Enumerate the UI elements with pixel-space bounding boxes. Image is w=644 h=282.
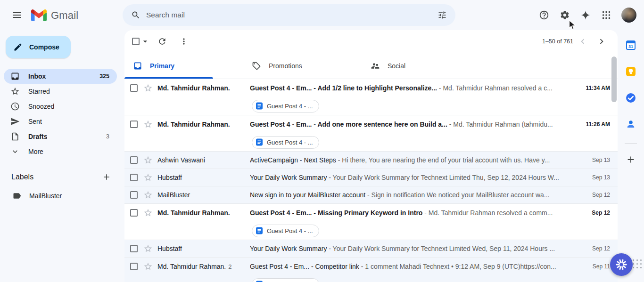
create-label-plus-icon[interactable] bbox=[99, 169, 114, 185]
tab-primary[interactable]: Primary bbox=[124, 53, 243, 79]
list-toolbar: 1–50 of 761 bbox=[124, 30, 618, 53]
row-date: Sep 12 bbox=[581, 245, 610, 252]
fab-drag-handle[interactable] bbox=[633, 259, 642, 268]
row-date: Sep 12 bbox=[581, 209, 610, 216]
star-icon[interactable] bbox=[143, 120, 153, 129]
attachment-chip[interactable]: Guest Post 4 - ... bbox=[252, 100, 319, 113]
gmail-m-icon bbox=[31, 9, 47, 21]
search-bar[interactable] bbox=[123, 4, 455, 26]
sidebar-item-starred[interactable]: Starred bbox=[4, 84, 117, 99]
contacts-icon[interactable] bbox=[621, 115, 640, 134]
row-separator: - bbox=[359, 263, 365, 270]
row-checkbox[interactable] bbox=[130, 191, 138, 199]
sidebar-item-inbox[interactable]: Inbox 325 bbox=[4, 69, 117, 84]
row-snippet: Md. Tahmidur Rahman resolved a comm... bbox=[429, 209, 553, 217]
left-sidebar: Compose Inbox 325 Starred Snoozed Sent D… bbox=[0, 30, 121, 203]
sidebar-item-drafts[interactable]: Drafts 3 bbox=[4, 129, 117, 144]
row-snippet: Hi there, You are nearing the end of you… bbox=[342, 156, 550, 164]
people-icon bbox=[371, 61, 380, 71]
google-docs-icon bbox=[256, 138, 263, 146]
table-row[interactable]: Ashwin Vaswani ActiveCampaign - Next Ste… bbox=[124, 152, 618, 169]
table-row[interactable]: Hubstaff Your Daily Work Summary - Your … bbox=[124, 169, 618, 186]
row-checkbox[interactable] bbox=[130, 174, 138, 181]
mail-list-panel: 1–50 of 761 Primary Promotions Social Md… bbox=[124, 30, 618, 282]
newer-page-chevron-icon[interactable] bbox=[573, 32, 592, 51]
sidebar-item-count: 325 bbox=[99, 73, 109, 80]
row-checkbox[interactable] bbox=[130, 263, 138, 270]
older-page-chevron-icon[interactable] bbox=[592, 32, 611, 51]
star-icon[interactable] bbox=[143, 173, 153, 182]
table-row[interactable]: Md. Tahmidur Rahman. Guest Post 4 - Em..… bbox=[124, 204, 618, 240]
row-snippet: Sign in notification We noticed your Mai… bbox=[372, 191, 550, 199]
search-icon[interactable] bbox=[125, 5, 146, 25]
sidebar-item-sent[interactable]: Sent bbox=[4, 114, 117, 129]
row-subject: Your Daily Work Summary bbox=[250, 174, 327, 181]
product-name: Gmail bbox=[51, 9, 78, 22]
sidebar-item-more[interactable]: More bbox=[4, 144, 117, 159]
keep-icon[interactable] bbox=[621, 62, 640, 81]
search-options-icon[interactable] bbox=[432, 5, 453, 25]
tab-promotions[interactable]: Promotions bbox=[243, 53, 362, 79]
row-subject: Guest Post 4 - Em... - Add 1/2 line to H… bbox=[250, 84, 437, 92]
row-snippet: Md. Tahmidur Rahman resolved a c... bbox=[443, 84, 552, 92]
star-icon[interactable] bbox=[143, 83, 153, 93]
sidebar-item-label: Sent bbox=[28, 118, 42, 125]
star-icon[interactable] bbox=[143, 262, 153, 271]
labels-header: Labels bbox=[0, 169, 121, 185]
sidebar-item-mailbluster[interactable]: MailBluster bbox=[4, 188, 117, 203]
settings-gear-icon[interactable] bbox=[554, 5, 575, 25]
select-dropdown-icon[interactable] bbox=[140, 37, 150, 46]
row-checkbox[interactable] bbox=[130, 156, 138, 164]
tab-social[interactable]: Social bbox=[362, 53, 481, 79]
tab-label: Primary bbox=[150, 62, 174, 70]
hamburger-menu-icon[interactable] bbox=[6, 4, 28, 26]
attachment-chip-label: Guest Post 4 - ... bbox=[267, 139, 313, 146]
refresh-icon[interactable] bbox=[153, 32, 172, 51]
sidebar-item-label: More bbox=[28, 148, 43, 155]
pagination-label: 1–50 of 761 bbox=[542, 38, 573, 45]
gemini-sparkle-icon[interactable] bbox=[575, 5, 596, 25]
star-icon[interactable] bbox=[143, 208, 153, 218]
table-row[interactable]: Md. Tahmidur Rahman.2 Guest Post 4 - Em.… bbox=[124, 258, 618, 282]
table-row[interactable]: MailBluster New sign in to your MailBlus… bbox=[124, 186, 618, 204]
star-icon[interactable] bbox=[143, 155, 153, 165]
apps-grid-icon[interactable] bbox=[596, 5, 617, 25]
sidebar-item-snoozed[interactable]: Snoozed bbox=[4, 99, 117, 114]
row-subject: Your Daily Work Summary bbox=[250, 245, 327, 252]
attachment-chip[interactable]: Guest Post 4 - ... bbox=[252, 225, 319, 237]
help-icon[interactable] bbox=[534, 5, 554, 25]
row-separator: - bbox=[336, 156, 342, 164]
row-checkbox[interactable] bbox=[130, 121, 138, 128]
table-row[interactable]: Md. Tahmidur Rahman. Guest Post 4 - Em..… bbox=[124, 79, 618, 115]
more-options-icon[interactable] bbox=[174, 32, 193, 51]
compose-button[interactable]: Compose bbox=[6, 36, 71, 58]
table-row[interactable]: Md. Tahmidur Rahman. Guest Post 4 - Em..… bbox=[124, 115, 618, 152]
get-addons-plus-icon[interactable] bbox=[621, 150, 640, 169]
send-icon bbox=[10, 117, 20, 126]
sidebar-item-label: Starred bbox=[28, 88, 50, 95]
star-icon[interactable] bbox=[143, 190, 153, 200]
assistant-fab-button[interactable] bbox=[610, 253, 633, 276]
gmail-logo[interactable]: Gmail bbox=[31, 8, 78, 23]
attachment-chip[interactable]: Guest Post 4 - ... bbox=[252, 278, 319, 282]
row-sender: Md. Tahmidur Rahman. bbox=[157, 121, 250, 128]
row-separator: - bbox=[447, 121, 453, 128]
calendar-icon[interactable]: 31 bbox=[621, 36, 640, 55]
row-checkbox[interactable] bbox=[130, 245, 138, 252]
row-checkbox[interactable] bbox=[130, 209, 138, 217]
row-separator: - bbox=[437, 84, 443, 92]
table-row[interactable]: Hubstaff Your Daily Work Summary - Your … bbox=[124, 240, 618, 258]
sidebar-item-label: Inbox bbox=[28, 73, 46, 80]
attachment-chip-label: Guest Post 4 - ... bbox=[267, 227, 313, 234]
tasks-icon[interactable] bbox=[621, 89, 640, 107]
inbox-tabs: Primary Promotions Social bbox=[124, 53, 618, 79]
search-input[interactable] bbox=[146, 11, 432, 19]
sidebar-item-label: Snoozed bbox=[28, 103, 54, 110]
list-scrollbar[interactable] bbox=[611, 56, 617, 102]
row-checkbox[interactable] bbox=[130, 84, 138, 92]
star-icon[interactable] bbox=[143, 244, 153, 253]
row-sender: Ashwin Vaswani bbox=[157, 156, 250, 164]
account-avatar[interactable] bbox=[621, 8, 636, 23]
attachment-chip[interactable]: Guest Post 4 - ... bbox=[252, 136, 319, 149]
select-all-checkbox[interactable] bbox=[132, 38, 140, 45]
